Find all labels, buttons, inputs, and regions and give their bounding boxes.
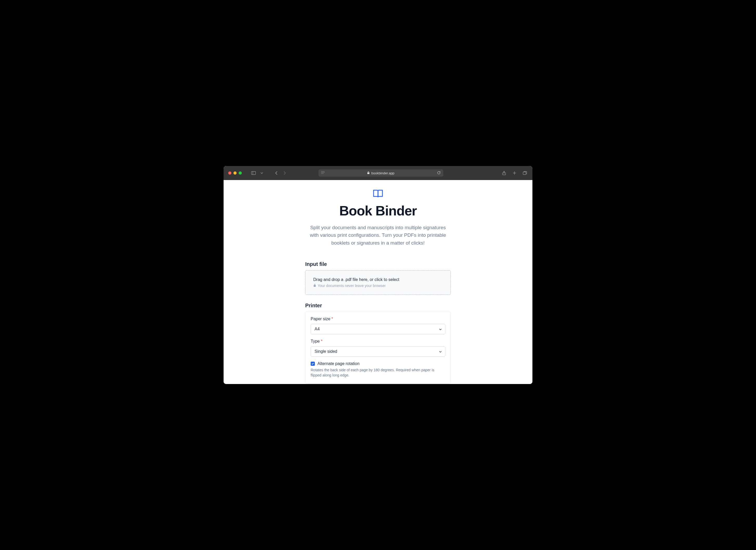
- type-select[interactable]: Single sided: [311, 346, 445, 357]
- lock-icon: [313, 284, 316, 288]
- lock-icon: [367, 171, 370, 175]
- page-title: Book Binder: [305, 203, 451, 218]
- book-icon: [305, 189, 451, 199]
- url-text: bookbinder.app: [371, 171, 394, 175]
- reload-icon[interactable]: [437, 171, 441, 175]
- page-description: Split your documents and manuscripts int…: [308, 224, 448, 246]
- input-file-heading: Input file: [305, 261, 451, 267]
- paper-size-value: A4: [315, 327, 320, 332]
- page-viewport[interactable]: Book Binder Split your documents and man…: [224, 180, 532, 384]
- minimize-window-button[interactable]: [233, 171, 237, 174]
- svg-rect-9: [523, 172, 526, 174]
- chevron-down-icon: [439, 327, 442, 332]
- browser-window: bookbinder.app: [224, 166, 532, 384]
- svg-rect-10: [314, 285, 316, 287]
- close-window-button[interactable]: [228, 171, 231, 174]
- dropzone-privacy-note: Your documents never leave your browser: [313, 284, 443, 288]
- svg-rect-0: [251, 171, 256, 174]
- printer-card: Paper size * A4 Type * Single sided: [305, 312, 451, 383]
- dropzone-instruction: Drag and drop a .pdf file here, or click…: [313, 278, 443, 282]
- hero: Book Binder Split your documents and man…: [305, 189, 451, 246]
- traffic-lights: [228, 171, 242, 174]
- paper-size-select[interactable]: A4: [311, 324, 445, 334]
- svg-rect-5: [367, 172, 369, 174]
- printer-heading: Printer: [305, 303, 451, 309]
- url-bar[interactable]: bookbinder.app: [318, 169, 443, 177]
- browser-chrome: bookbinder.app: [224, 166, 532, 180]
- type-label: Type *: [311, 339, 445, 344]
- alternate-rotation-label: Alternate page rotation: [317, 361, 360, 366]
- tabs-overview-icon[interactable]: [522, 170, 528, 176]
- fullscreen-window-button[interactable]: [239, 171, 242, 174]
- chevron-down-icon: [439, 349, 442, 354]
- sidebar-toggle-icon[interactable]: [251, 170, 256, 176]
- forward-button[interactable]: [282, 170, 288, 176]
- new-tab-icon[interactable]: [512, 170, 517, 176]
- reader-mode-icon[interactable]: [321, 171, 325, 175]
- paper-size-label: Paper size *: [311, 317, 445, 321]
- file-dropzone[interactable]: Drag and drop a .pdf file here, or click…: [305, 270, 451, 295]
- alternate-rotation-checkbox[interactable]: [311, 362, 315, 366]
- back-button[interactable]: [273, 170, 279, 176]
- chevron-down-icon[interactable]: [259, 170, 265, 176]
- type-value: Single sided: [315, 349, 337, 354]
- share-icon[interactable]: [501, 170, 507, 176]
- alternate-rotation-help: Rotates the back side of each page by 18…: [311, 368, 445, 378]
